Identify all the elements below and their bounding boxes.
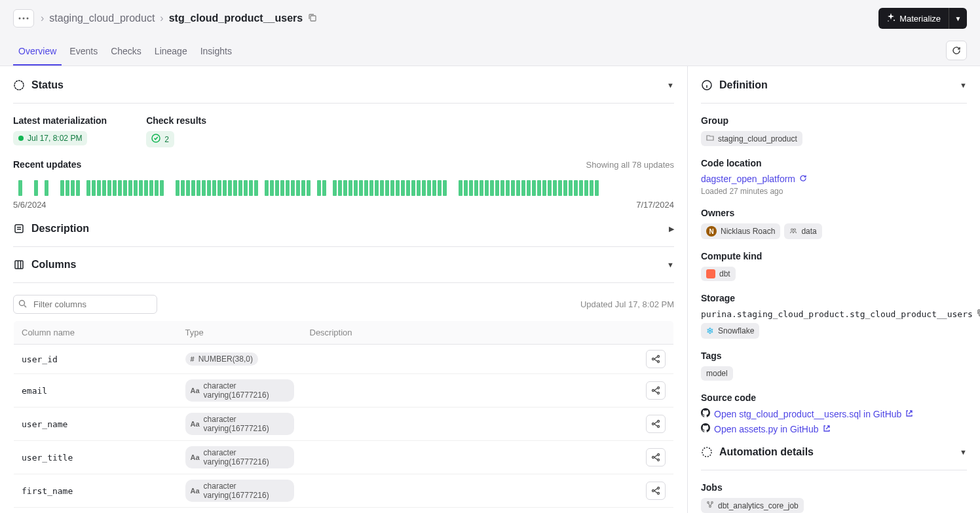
column-lineage-button[interactable] [646, 350, 666, 368]
update-bar[interactable] [144, 180, 148, 196]
column-lineage-button[interactable] [646, 415, 666, 433]
update-bar[interactable] [453, 180, 457, 196]
update-bar[interactable] [542, 180, 546, 196]
update-bar[interactable] [217, 180, 221, 196]
update-bar[interactable] [202, 180, 206, 196]
source-sql-link[interactable]: Open stg_cloud_product__users.sql in Git… [701, 408, 913, 419]
check-results-pill[interactable]: 2 [146, 131, 174, 147]
update-bar[interactable] [86, 180, 90, 196]
update-bar[interactable] [500, 180, 504, 196]
update-bar[interactable] [548, 180, 552, 196]
update-bar[interactable] [579, 180, 583, 196]
update-bar[interactable] [254, 180, 258, 196]
update-bar[interactable] [464, 180, 468, 196]
update-bar[interactable] [574, 180, 578, 196]
update-bar[interactable] [532, 180, 536, 196]
table-row[interactable]: user_id#NUMBER(38,0) [14, 345, 674, 374]
col-header-desc[interactable]: Description [302, 321, 638, 345]
update-bar[interactable] [427, 180, 431, 196]
update-bar[interactable] [411, 180, 415, 196]
update-bar[interactable] [516, 180, 520, 196]
update-bar[interactable] [97, 180, 101, 196]
update-bar[interactable] [76, 180, 80, 196]
update-bar[interactable] [107, 180, 111, 196]
update-bar[interactable] [569, 180, 573, 196]
update-bar[interactable] [102, 180, 106, 196]
filter-columns-input[interactable] [13, 295, 157, 314]
update-bar[interactable] [506, 180, 510, 196]
update-bar[interactable] [459, 180, 462, 196]
owner-team-chip[interactable]: data [784, 223, 821, 239]
update-bar[interactable] [170, 180, 174, 196]
update-bar[interactable] [380, 180, 384, 196]
update-bar[interactable] [438, 180, 442, 196]
update-bar[interactable] [584, 180, 588, 196]
copy-storage-icon[interactable] [977, 309, 980, 319]
materialize-dropdown[interactable]: ▼ [949, 8, 967, 29]
update-bar[interactable] [118, 180, 122, 196]
update-bar[interactable] [485, 180, 489, 196]
definition-section-header[interactable]: Definition ▼ [701, 79, 967, 91]
update-bar[interactable] [280, 180, 284, 196]
update-bar[interactable] [160, 180, 164, 196]
update-bar[interactable] [92, 180, 96, 196]
update-bar[interactable] [401, 180, 405, 196]
update-bar[interactable] [29, 180, 33, 196]
update-bar[interactable] [537, 180, 541, 196]
column-lineage-button[interactable] [646, 482, 666, 500]
tab-checks[interactable]: Checks [105, 39, 147, 66]
update-bar[interactable] [13, 180, 17, 196]
update-bar[interactable] [443, 180, 447, 196]
update-bar[interactable] [301, 180, 305, 196]
copy-icon[interactable] [308, 13, 317, 24]
update-bar[interactable] [448, 180, 452, 196]
update-bar[interactable] [296, 180, 300, 196]
automation-section-header[interactable]: Automation details ▼ [701, 446, 967, 458]
update-bar[interactable] [385, 180, 389, 196]
update-bar[interactable] [422, 180, 426, 196]
update-bar[interactable] [511, 180, 515, 196]
update-bar[interactable] [390, 180, 394, 196]
description-section-header[interactable]: Description ▶ [13, 223, 674, 235]
update-bar[interactable] [233, 180, 237, 196]
update-bar[interactable] [317, 180, 321, 196]
update-bar[interactable] [328, 180, 331, 196]
update-bar[interactable] [364, 180, 368, 196]
tab-events[interactable]: Events [64, 39, 103, 66]
update-bar[interactable] [307, 180, 311, 196]
table-row[interactable]: last_nameAacharacter varying(16777216) [14, 508, 674, 514]
update-bar[interactable] [354, 180, 358, 196]
table-row[interactable]: user_titleAacharacter varying(16777216) [14, 441, 674, 474]
table-row[interactable]: user_nameAacharacter varying(16777216) [14, 408, 674, 441]
update-bar[interactable] [197, 180, 200, 196]
update-bar[interactable] [275, 180, 279, 196]
tab-insights[interactable]: Insights [195, 39, 237, 66]
update-bar[interactable] [375, 180, 379, 196]
update-bar[interactable] [333, 180, 337, 196]
update-bar[interactable] [113, 180, 117, 196]
update-bar[interactable] [312, 180, 316, 196]
update-bar[interactable] [349, 180, 352, 196]
recent-updates-chart[interactable] [13, 180, 674, 196]
update-bar[interactable] [563, 180, 567, 196]
update-bar[interactable] [474, 180, 478, 196]
update-bar[interactable] [291, 180, 295, 196]
tab-overview[interactable]: Overview [13, 39, 62, 66]
update-bar[interactable] [480, 180, 483, 196]
column-lineage-button[interactable] [646, 381, 666, 400]
update-bar[interactable] [558, 180, 562, 196]
source-py-link[interactable]: Open assets.py in GitHub [701, 423, 831, 434]
update-bar[interactable] [39, 180, 43, 196]
tab-lineage[interactable]: Lineage [149, 39, 193, 66]
update-bar[interactable] [286, 180, 290, 196]
table-row[interactable]: emailAacharacter varying(16777216) [14, 374, 674, 408]
update-bar[interactable] [149, 180, 153, 196]
update-bar[interactable] [71, 180, 75, 196]
breadcrumb-parent[interactable]: staging_cloud_product [49, 12, 155, 24]
update-bar[interactable] [244, 180, 248, 196]
update-bar[interactable] [495, 180, 499, 196]
update-bar[interactable] [369, 180, 373, 196]
update-bar[interactable] [322, 180, 326, 196]
column-lineage-button[interactable] [646, 448, 666, 466]
update-bar[interactable] [24, 180, 28, 196]
